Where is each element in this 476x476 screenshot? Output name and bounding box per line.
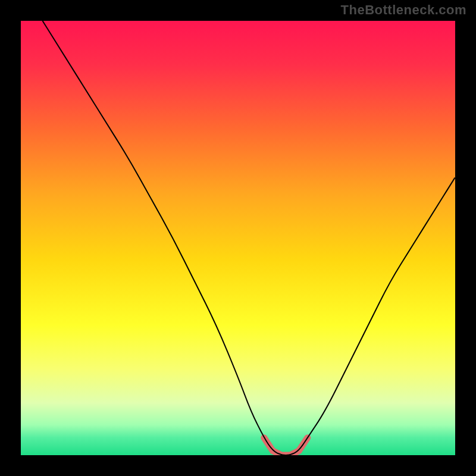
plot-area [21, 21, 455, 455]
gradient-background [21, 21, 455, 455]
bottleneck-chart [21, 21, 455, 455]
watermark-text: TheBottleneck.com [341, 2, 466, 18]
chart-frame: TheBottleneck.com [0, 0, 476, 476]
